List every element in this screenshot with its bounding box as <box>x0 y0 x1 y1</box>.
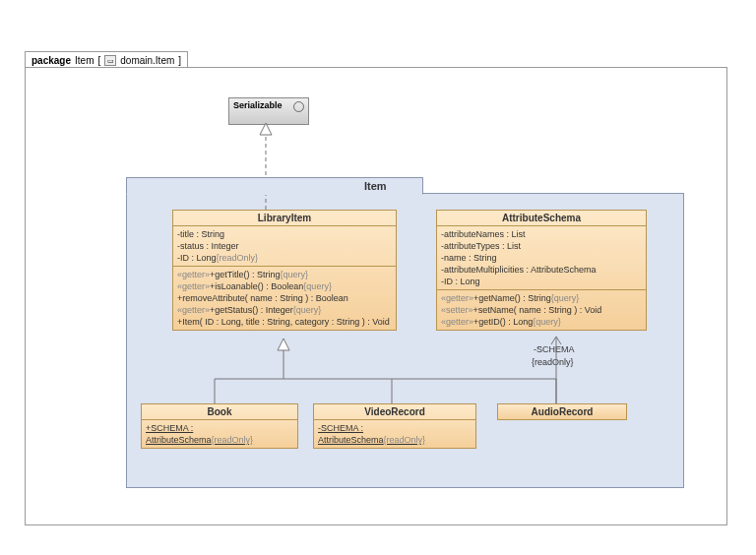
op-row: +Item( ID : Long, title : String, catego… <box>177 316 392 328</box>
op-row: «setter»+setName( name : String ) : Void <box>441 304 642 316</box>
class-title: AudioRecord <box>498 404 626 419</box>
assoc-constraint-label: {readOnly} <box>532 357 574 367</box>
op-row: «getter»+getTitle() : String{query} <box>177 269 392 280</box>
class-title: Book <box>142 404 297 420</box>
attributes-section: -title : String -status : Integer -ID : … <box>173 226 396 267</box>
attr-row: -ID : Long <box>441 276 642 287</box>
class-library-item[interactable]: LibraryItem -title : String -status : In… <box>172 210 397 331</box>
interface-label: Serializable <box>233 100 283 110</box>
package-name: Item <box>75 53 94 68</box>
attr-row: +SCHEMA : AttributeSchema{readOnly} <box>146 423 253 445</box>
class-title: VideoRecord <box>314 404 475 420</box>
op-row: «getter»+getStatus() : Integer{query} <box>177 304 392 316</box>
attributes-section: +SCHEMA : AttributeSchema{readOnly} <box>142 420 297 448</box>
interface-serializable[interactable]: Serializable <box>228 97 309 125</box>
op-row: +removeAttribute( name : String ) : Bool… <box>177 292 392 304</box>
operations-section: «getter»+getName() : String{query} «sett… <box>437 290 646 330</box>
package-tab: package Item [ ▭ domain.Item ] <box>25 51 188 68</box>
uml-canvas: package Item [ ▭ domain.Item ] Item Seri… <box>0 0 756 555</box>
class-book[interactable]: Book +SCHEMA : AttributeSchema{readOnly} <box>141 403 298 449</box>
class-title: AttributeSchema <box>437 211 646 226</box>
attributes-section: -attributeNames : List -attributeTypes :… <box>437 226 646 290</box>
op-row: «getter»+getID() : Long{query} <box>441 316 642 328</box>
attr-row: -title : String <box>177 228 392 240</box>
attr-row: -name : String <box>441 252 642 264</box>
operations-section: «getter»+getTitle() : String{query} «get… <box>173 267 396 330</box>
class-attribute-schema[interactable]: AttributeSchema -attributeNames : List -… <box>436 210 647 331</box>
package-qualified: domain.Item <box>120 53 174 68</box>
attr-row: -SCHEMA : AttributeSchema{readOnly} <box>318 423 425 445</box>
inner-package-title: Item <box>364 180 660 192</box>
attr-row: -status : Integer <box>177 240 392 252</box>
assoc-role-label: -SCHEMA <box>534 344 575 354</box>
op-row: «getter»+isLoanable() : Boolean{query} <box>177 280 392 292</box>
attr-row: -attributeMultiplicities : AttributeSche… <box>441 264 642 276</box>
interface-icon <box>293 101 304 112</box>
attr-row: -attributeNames : List <box>441 228 642 240</box>
class-video-record[interactable]: VideoRecord -SCHEMA : AttributeSchema{re… <box>313 403 476 449</box>
class-audio-record[interactable]: AudioRecord <box>497 403 627 420</box>
class-title: LibraryItem <box>173 211 396 226</box>
attributes-section: -SCHEMA : AttributeSchema{readOnly} <box>314 420 475 448</box>
op-row: «getter»+getName() : String{query} <box>441 292 642 304</box>
package-icon: ▭ <box>104 55 116 66</box>
attr-row: -ID : Long{readOnly} <box>177 252 392 264</box>
attr-row: -attributeTypes : List <box>441 240 642 252</box>
package-keyword: package <box>32 53 71 68</box>
